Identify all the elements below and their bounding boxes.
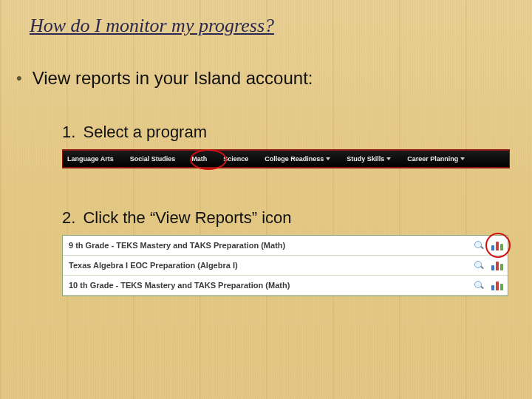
program-tab-social-studies[interactable]: Social Studies — [130, 155, 176, 163]
report-row-actions — [474, 260, 503, 270]
program-tab-label: Language Arts — [67, 155, 114, 163]
program-tab-label: Social Studies — [130, 155, 176, 163]
report-row-actions — [474, 280, 503, 290]
program-tab-label: Study Skills — [347, 155, 384, 163]
bar-chart-icon[interactable] — [491, 240, 503, 250]
program-tab-college-readiness[interactable]: College Readiness — [265, 155, 330, 163]
program-tab-math[interactable]: Math — [191, 155, 207, 163]
report-row-label: 9 th Grade - TEKS Mastery and TAKS Prepa… — [69, 241, 285, 250]
report-row: Texas Algebra I EOC Preparation (Algebra… — [63, 256, 508, 276]
program-tab-career-planning[interactable]: Career Planning — [407, 155, 465, 163]
program-tab-label: Science — [223, 155, 248, 163]
step-1-line: 1. Select a program — [62, 123, 532, 142]
report-row-label: 10 th Grade - TEKS Mastery and TAKS Prep… — [69, 281, 290, 290]
slide: How do I monitor my progress? • View rep… — [0, 0, 532, 399]
step-1: 1. Select a program Language Arts Social… — [62, 123, 532, 168]
program-tab-label: Math — [191, 155, 207, 163]
chevron-down-icon — [386, 157, 391, 160]
report-row: 10 th Grade - TEKS Mastery and TAKS Prep… — [63, 276, 508, 296]
bar-chart-icon[interactable] — [491, 260, 503, 270]
chevron-down-icon — [460, 157, 465, 160]
magnify-icon[interactable] — [474, 240, 484, 250]
step-2-text: Click the “View Reports” icon — [83, 208, 291, 227]
chevron-down-icon — [326, 157, 330, 160]
report-row: 9 th Grade - TEKS Mastery and TAKS Prepa… — [63, 236, 508, 256]
program-nav: Language Arts Social Studies Math Scienc… — [63, 151, 509, 167]
bullet-marker: • — [16, 68, 22, 89]
program-tab-study-skills[interactable]: Study Skills — [347, 155, 391, 163]
step-2: 2. Click the “View Reports” icon 9 th Gr… — [62, 208, 532, 296]
step-2-line: 2. Click the “View Reports” icon — [62, 208, 532, 228]
program-tab-label: Career Planning — [407, 155, 458, 163]
bullet-text: View reports in your Island account: — [33, 68, 313, 89]
magnify-icon[interactable] — [474, 260, 484, 270]
program-tab-science[interactable]: Science — [223, 155, 248, 163]
reports-list: 9 th Grade - TEKS Mastery and TAKS Prepa… — [62, 235, 508, 296]
bullet-row: • View reports in your Island account: — [16, 68, 532, 89]
program-tab-label: College Readiness — [265, 155, 324, 163]
magnify-icon[interactable] — [474, 280, 484, 290]
step-1-text: Select a program — [83, 123, 207, 141]
step-2-number: 2. — [62, 208, 75, 227]
report-row-label: Texas Algebra I EOC Preparation (Algebra… — [69, 261, 238, 270]
slide-title: How do I monitor my progress? — [30, 12, 532, 37]
step-1-number: 1. — [62, 123, 75, 141]
program-nav-bar: Language Arts Social Studies Math Scienc… — [62, 149, 510, 168]
bar-chart-icon[interactable] — [491, 280, 503, 290]
report-row-actions — [474, 240, 503, 250]
program-tab-language-arts[interactable]: Language Arts — [67, 155, 114, 163]
